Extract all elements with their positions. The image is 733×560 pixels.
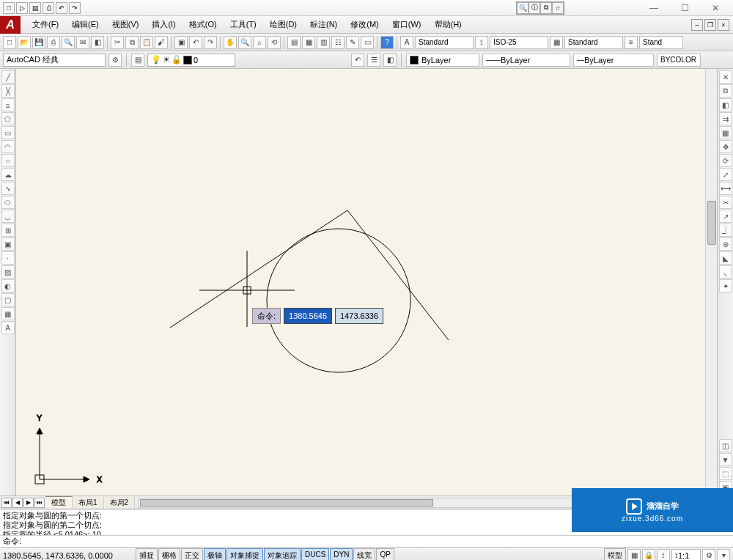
tablestyle-icon[interactable]: ▦ (550, 36, 563, 49)
array-icon[interactable]: ▦ (719, 126, 732, 139)
hatch-icon[interactable]: ▨ (1, 265, 15, 279)
sb-lock-icon[interactable]: 🔒 (642, 549, 655, 561)
mtext-icon[interactable]: A (1, 321, 15, 334)
revcloud-icon[interactable]: ☁ (1, 168, 15, 181)
status-toggle-对象捕捉[interactable]: 对象捕捉 (226, 548, 263, 561)
break-icon[interactable]: ⏌ (719, 224, 732, 237)
menu-help[interactable]: 帮助(H) (429, 16, 468, 33)
layer-state-icon[interactable]: ☰ (367, 54, 380, 67)
point-icon[interactable]: · (1, 251, 15, 265)
status-toggle-线宽[interactable]: 线宽 (353, 548, 375, 561)
textstyle-dropdown[interactable]: Standard (415, 36, 474, 49)
view3d-icon[interactable]: ⬚ (719, 467, 732, 480)
extend-icon[interactable]: ↗ (719, 210, 732, 223)
offset-icon[interactable]: ⇉ (719, 112, 732, 125)
maximize-button[interactable]: ☐ (670, 1, 699, 15)
rotate-icon[interactable]: ⟳ (719, 154, 732, 167)
tp-icon[interactable]: ▥ (317, 36, 330, 49)
status-toggle-栅格[interactable]: 栅格 (158, 548, 180, 561)
chamfer-icon[interactable]: ◣ (719, 251, 732, 265)
mirror-icon[interactable]: ◧ (719, 98, 732, 111)
plotstyle-dropdown[interactable]: BYCOLOR (657, 54, 701, 67)
props-icon[interactable]: ▤ (287, 36, 301, 49)
doc-close-icon[interactable]: × (718, 19, 729, 31)
ellipsearc-icon[interactable]: ◡ (1, 210, 15, 223)
tab-next-icon[interactable]: ▶ (23, 498, 34, 508)
menu-view[interactable]: 视图(V) (106, 16, 145, 33)
arc-icon[interactable]: ◠ (1, 140, 15, 153)
status-toggle-对象追踪[interactable]: 对象追踪 (264, 548, 301, 561)
navcube-icon[interactable]: ◫ (719, 439, 732, 452)
publish-icon[interactable]: ✉ (76, 36, 89, 49)
ellipse-icon[interactable]: ⬭ (1, 196, 15, 209)
makeblock-icon[interactable]: ▣ (1, 237, 15, 251)
minimize-button[interactable]: — (639, 1, 668, 15)
zoom-win-icon[interactable]: ⌕ (253, 36, 266, 49)
insert-icon[interactable]: ⊞ (1, 224, 15, 237)
tab-layout1[interactable]: 布局1 (73, 497, 104, 509)
calc-icon[interactable]: ▭ (361, 36, 374, 49)
navbar-icon[interactable]: ▼ (719, 453, 732, 466)
tab-first-icon[interactable]: ⏮ (1, 498, 12, 508)
status-toggle-捕捉[interactable]: 捕捉 (136, 548, 158, 561)
doc-min-icon[interactable]: – (691, 19, 703, 31)
redo-icon[interactable]: ↷ (204, 36, 217, 49)
qat-save-icon[interactable]: ▤ (29, 2, 41, 14)
menu-format[interactable]: 格式(O) (183, 16, 223, 33)
status-toggle-DYN[interactable]: DYN (330, 548, 353, 561)
tablestyle-dropdown[interactable]: Standard (564, 36, 623, 49)
trim-icon[interactable]: ✂ (719, 196, 732, 209)
pline-icon[interactable]: ⩍ (1, 98, 15, 111)
menu-window[interactable]: 窗口(W) (386, 16, 427, 33)
status-toggle-QP[interactable]: QP (376, 548, 394, 561)
textstyle-icon[interactable]: A (400, 36, 413, 49)
lineweight-dropdown[interactable]: — ByLayer (573, 54, 654, 67)
dyn-y-field[interactable]: 1473.6336 (335, 308, 383, 324)
fillet-icon[interactable]: ◟ (719, 265, 732, 279)
scale-icon[interactable]: ⤢ (719, 168, 732, 181)
zoom-rt-icon[interactable]: 🔍 (238, 36, 251, 49)
search-icon[interactable]: 🔍 (517, 2, 528, 14)
dimstyle-dropdown[interactable]: ISO-25 (490, 36, 548, 49)
erase-icon[interactable]: ✕ (719, 70, 732, 84)
help-icon[interactable]: ? (380, 36, 394, 49)
qat-redo-icon[interactable]: ↷ (69, 2, 81, 14)
qat-undo-icon[interactable]: ↶ (56, 2, 67, 14)
pan-icon[interactable]: ✋ (224, 36, 237, 49)
copy-icon[interactable]: ⧉ (125, 36, 139, 49)
qat-open-icon[interactable]: ▷ (16, 2, 28, 14)
layer-iso-icon[interactable]: ◧ (383, 54, 397, 67)
copy2-icon[interactable]: ⧉ (719, 84, 732, 97)
qat-new-icon[interactable]: □ (3, 2, 15, 14)
xline-icon[interactable]: ╳ (1, 84, 15, 97)
tab-prev-icon[interactable]: ◀ (12, 498, 23, 508)
region-icon[interactable]: ▢ (1, 293, 15, 306)
sb-ws-icon[interactable]: ⚙ (702, 549, 715, 561)
save-icon[interactable]: 💾 (32, 36, 45, 49)
print-icon[interactable]: ⎙ (47, 36, 60, 49)
ws-settings-icon[interactable]: ⚙ (108, 54, 122, 67)
tab-last-icon[interactable]: ⏭ (34, 498, 45, 508)
color-dropdown[interactable]: ByLayer (406, 54, 479, 67)
menu-edit[interactable]: 编辑(E) (66, 16, 105, 33)
coordinates-readout[interactable]: 1380.5645, 1473.6336, 0.0000 (3, 551, 135, 560)
doc-restore-icon[interactable]: ❐ (704, 19, 716, 31)
dyn-x-field[interactable]: 1380.5645 (284, 308, 332, 324)
menu-draw[interactable]: 绘图(D) (264, 16, 303, 33)
move-icon[interactable]: ✥ (719, 140, 732, 153)
sb-tray-icon[interactable]: ▾ (717, 549, 730, 561)
sheet-icon[interactable]: ☷ (331, 36, 345, 49)
status-toggle-极轴[interactable]: 极轴 (204, 548, 226, 561)
close-button[interactable]: ✕ (701, 1, 730, 15)
status-toggle-DUCS[interactable]: DUCS (301, 548, 329, 561)
menu-file[interactable]: 文件(F) (26, 16, 65, 33)
dimstyle-icon[interactable]: ⟟ (475, 36, 488, 49)
menu-modify[interactable]: 修改(M) (345, 16, 385, 33)
paste-icon[interactable]: 📋 (140, 36, 153, 49)
mlstyle-icon[interactable]: ≡ (625, 36, 638, 49)
sb-ann-icon[interactable]: ⟟ (657, 549, 670, 561)
tab-model[interactable]: 模型 (45, 496, 73, 509)
annotation-scale[interactable]: ⟟1:1 (671, 549, 701, 561)
open-icon[interactable]: 📂 (18, 36, 31, 49)
qat-print-icon[interactable]: ⎙ (43, 2, 54, 14)
